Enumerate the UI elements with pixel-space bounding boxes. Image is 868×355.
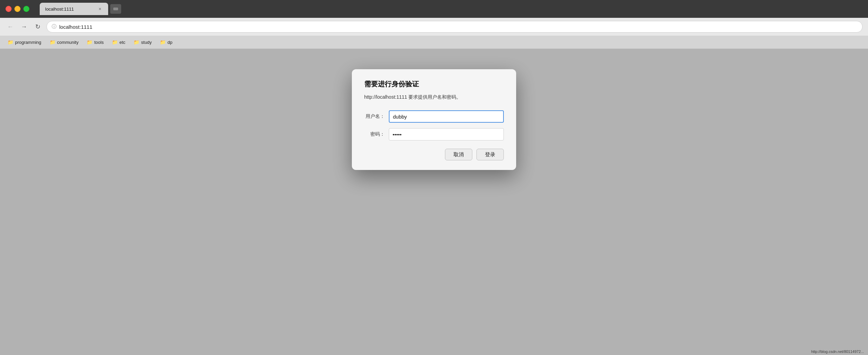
bookmark-etc[interactable]: 📁 etc xyxy=(108,38,129,46)
active-tab[interactable]: localhost:1111 × xyxy=(40,3,108,15)
svg-rect-0 xyxy=(113,8,118,10)
title-bar: localhost:1111 × xyxy=(0,0,868,18)
folder-icon: 📁 xyxy=(8,39,13,45)
bookmark-label: tools xyxy=(94,40,103,45)
bookmark-programming[interactable]: 📁 programming xyxy=(4,38,45,46)
close-button[interactable] xyxy=(5,6,12,12)
address-port: 1111 xyxy=(81,24,92,30)
bookmarks-bar: 📁 programming 📁 community 📁 tools 📁 etc … xyxy=(0,36,868,49)
bookmark-label: dp xyxy=(167,40,172,45)
folder-icon: 📁 xyxy=(87,39,92,45)
address-bar: ← → ↻ ⓘ localhost:1111 xyxy=(0,18,868,36)
reload-button[interactable]: ↻ xyxy=(33,22,42,32)
bookmark-label: community xyxy=(57,40,79,45)
tab-close-button[interactable]: × xyxy=(97,6,103,12)
password-input[interactable] xyxy=(389,128,504,140)
tab-title: localhost:1111 xyxy=(45,7,94,12)
bookmark-community[interactable]: 📁 community xyxy=(46,38,82,46)
folder-icon: 📁 xyxy=(133,39,139,45)
forward-button[interactable]: → xyxy=(19,22,29,32)
minimize-button[interactable] xyxy=(14,6,21,12)
folder-icon: 📁 xyxy=(112,39,118,45)
traffic-lights xyxy=(5,6,29,12)
username-input[interactable] xyxy=(389,110,504,123)
username-label: 用户名： xyxy=(364,113,385,120)
dialog-title: 需要进行身份验证 xyxy=(364,79,504,89)
cancel-button[interactable]: 取消 xyxy=(445,149,472,160)
bookmark-label: programming xyxy=(15,40,41,45)
new-tab-button[interactable] xyxy=(110,4,121,14)
tab-bar: localhost:1111 × xyxy=(40,3,121,15)
info-icon: ⓘ xyxy=(52,24,56,30)
bookmark-dp[interactable]: 📁 dp xyxy=(156,38,176,46)
bookmark-study[interactable]: 📁 study xyxy=(130,38,155,46)
address-host: localhost: xyxy=(59,24,81,30)
folder-icon: 📁 xyxy=(50,39,55,45)
auth-dialog: 需要进行身份验证 http://localhost:1111 要求提供用户名和密… xyxy=(352,69,516,170)
dialog-buttons: 取消 登录 xyxy=(364,149,504,160)
login-button[interactable]: 登录 xyxy=(476,149,504,160)
folder-icon: 📁 xyxy=(160,39,166,45)
bookmark-label: etc xyxy=(119,40,125,45)
password-row: 密码： xyxy=(364,128,504,140)
back-button[interactable]: ← xyxy=(5,22,15,32)
dialog-description: http://localhost:1111 要求提供用户名和密码。 xyxy=(364,94,504,101)
modal-overlay: 需要进行身份验证 http://localhost:1111 要求提供用户名和密… xyxy=(0,49,868,355)
maximize-button[interactable] xyxy=(23,6,29,12)
username-row: 用户名： xyxy=(364,110,504,123)
bookmark-tools[interactable]: 📁 tools xyxy=(83,38,107,46)
page-content: 需要进行身份验证 http://localhost:1111 要求提供用户名和密… xyxy=(0,49,868,355)
address-text: localhost:1111 xyxy=(59,24,857,30)
password-label: 密码： xyxy=(364,131,385,137)
address-input-wrapper[interactable]: ⓘ localhost:1111 xyxy=(47,21,863,33)
bookmark-label: study xyxy=(141,40,152,45)
